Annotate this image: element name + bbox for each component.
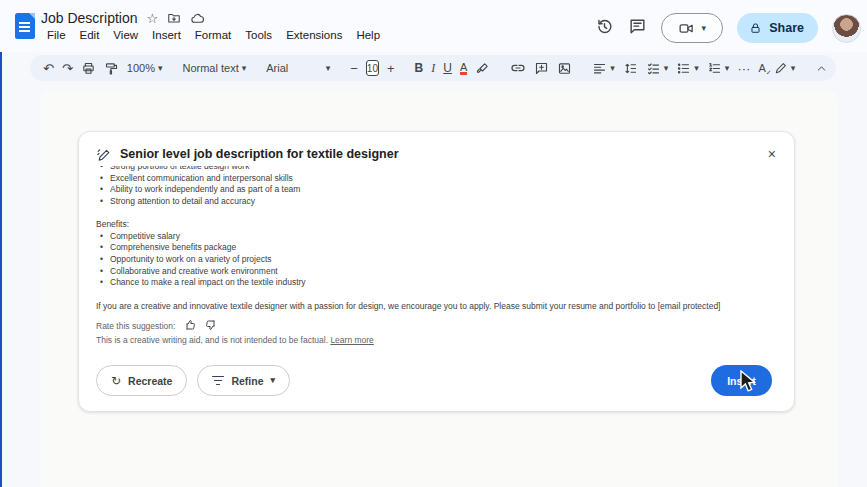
- thumbs-down-icon[interactable]: [205, 319, 217, 333]
- chevron-down-icon: ▾: [694, 64, 699, 73]
- list-item: Strong attention to detail and accuracy: [96, 196, 777, 208]
- share-button-label: Share: [769, 21, 804, 35]
- chevron-down-icon: ▾: [242, 64, 247, 73]
- bold-button[interactable]: B: [415, 62, 424, 74]
- lock-icon: [749, 22, 762, 35]
- more-options-button[interactable]: ···: [737, 62, 750, 75]
- italic-button[interactable]: I: [431, 62, 435, 74]
- list-item: Ability to work independently and as par…: [96, 184, 777, 196]
- suggestion-title: Senior level job description for textile…: [120, 147, 399, 161]
- list-item: Excellent communication and interpersona…: [96, 173, 777, 185]
- numbered-list-button[interactable]: ▾: [707, 61, 730, 76]
- star-icon[interactable]: ☆: [147, 12, 159, 25]
- chevron-down-icon: ▾: [664, 64, 669, 73]
- line-spacing-button[interactable]: [623, 61, 638, 76]
- highlight-color-button[interactable]: [475, 61, 490, 76]
- add-comment-button[interactable]: [534, 61, 549, 76]
- benefits-list: Competitive salary Comprehensive benefit…: [96, 231, 777, 290]
- thumbs-up-icon[interactable]: [184, 319, 196, 333]
- menu-tools[interactable]: Tools: [239, 28, 278, 42]
- requirements-list: Strong portfolio of textile design work …: [96, 166, 777, 208]
- menu-edit[interactable]: Edit: [74, 28, 106, 42]
- rate-label: Rate this suggestion:: [96, 321, 175, 331]
- cloud-status-icon[interactable]: [190, 11, 205, 26]
- chevron-down-icon: ▾: [158, 64, 163, 73]
- menu-help[interactable]: Help: [350, 28, 386, 42]
- text-color-button[interactable]: A: [460, 62, 467, 75]
- bulleted-list-button[interactable]: ▾: [676, 61, 699, 76]
- list-item: Strong portfolio of textile design work: [96, 166, 777, 173]
- chevron-down-icon: ▾: [610, 64, 615, 73]
- google-docs-window: Job Description ☆ File Edit View Insert …: [0, 0, 867, 487]
- menu-file[interactable]: File: [41, 28, 72, 42]
- menu-bar: File Edit View Insert Format Tools Exten…: [41, 28, 386, 42]
- recreate-button[interactable]: ↻ Recreate: [96, 365, 187, 396]
- chevron-down-icon: ▾: [701, 24, 706, 33]
- docs-logo-icon[interactable]: [15, 13, 35, 39]
- list-item: Competitive salary: [96, 231, 777, 243]
- decrease-font-size-button[interactable]: −: [350, 62, 358, 75]
- menu-view[interactable]: View: [107, 28, 144, 42]
- suggestion-body: Strong portfolio of textile design work …: [96, 166, 777, 313]
- insert-image-button[interactable]: [557, 61, 572, 76]
- document-title[interactable]: Job Description: [41, 10, 138, 26]
- print-button[interactable]: [81, 61, 96, 76]
- mouse-cursor: [739, 370, 759, 394]
- move-folder-icon[interactable]: [167, 11, 181, 25]
- video-camera-icon: [678, 20, 695, 37]
- zoom-select[interactable]: 100% ▾: [127, 63, 163, 74]
- list-item: Chance to make a real impact on the text…: [96, 277, 777, 289]
- spellcheck-button[interactable]: A: [758, 63, 765, 74]
- paint-format-button[interactable]: [104, 61, 119, 76]
- chevron-down-icon: ▾: [271, 376, 276, 385]
- refresh-icon: ↻: [111, 374, 121, 388]
- menu-format[interactable]: Format: [189, 28, 237, 42]
- menu-extensions[interactable]: Extensions: [280, 28, 348, 42]
- magic-pen-icon: [96, 147, 111, 162]
- chevron-down-icon: ▾: [326, 64, 331, 73]
- list-item: Comprehensive benefits package: [96, 242, 777, 254]
- font-select[interactable]: Arial ▾: [266, 63, 330, 74]
- window-edge-strip: [0, 0, 2, 487]
- version-history-icon[interactable]: [595, 17, 614, 40]
- comments-icon[interactable]: [628, 17, 647, 40]
- list-item: Collaborative and creative work environm…: [96, 266, 777, 278]
- disclaimer-text: This is a creative writing aid, and is n…: [96, 335, 328, 345]
- hide-menus-button[interactable]: [815, 62, 828, 75]
- close-icon[interactable]: ×: [764, 145, 780, 163]
- chevron-down-icon: ▾: [791, 64, 796, 73]
- user-avatar[interactable]: [832, 14, 861, 43]
- help-me-write-dialog: Senior level job description for textile…: [78, 131, 795, 412]
- list-item: Opportunity to work on a variety of proj…: [96, 254, 777, 266]
- underline-button[interactable]: U: [443, 62, 452, 74]
- refine-button[interactable]: Refine ▾: [197, 365, 290, 396]
- join-call-button[interactable]: ▾: [661, 13, 723, 43]
- undo-button[interactable]: ↶: [43, 62, 54, 75]
- closing-paragraph: If you are a creative and innovative tex…: [96, 301, 777, 313]
- share-button[interactable]: Share: [737, 13, 818, 43]
- font-size-input[interactable]: 10: [366, 60, 379, 76]
- paragraph-style-select[interactable]: Normal text ▾: [182, 63, 246, 74]
- app-header: Job Description ☆ File Edit View Insert …: [0, 0, 867, 52]
- chevron-down-icon: ▾: [725, 64, 730, 73]
- redo-button[interactable]: ↷: [62, 62, 73, 75]
- checklist-button[interactable]: ▾: [646, 61, 669, 76]
- tune-icon: [212, 376, 224, 386]
- insert-link-button[interactable]: [510, 60, 526, 76]
- menu-insert[interactable]: Insert: [146, 28, 187, 42]
- editing-mode-button[interactable]: ▾: [774, 61, 796, 75]
- align-button[interactable]: ▾: [592, 61, 615, 76]
- learn-more-link[interactable]: Learn more: [330, 335, 373, 345]
- format-toolbar: ↶ ↷ 100% ▾ Normal text ▾ Arial ▾ − 10 + …: [30, 55, 836, 81]
- increase-font-size-button[interactable]: +: [387, 62, 395, 75]
- benefits-heading: Benefits:: [96, 219, 777, 231]
